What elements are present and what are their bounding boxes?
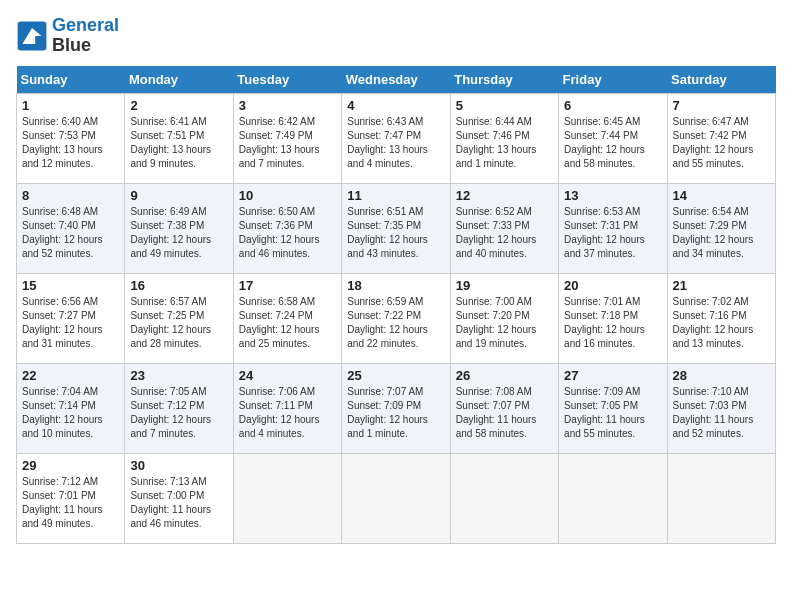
day-number: 2 (130, 98, 227, 113)
calendar-cell: 29Sunrise: 7:12 AM Sunset: 7:01 PM Dayli… (17, 453, 125, 543)
calendar-table: SundayMondayTuesdayWednesdayThursdayFrid… (16, 66, 776, 544)
day-number: 25 (347, 368, 444, 383)
day-number: 7 (673, 98, 770, 113)
day-info: Sunrise: 6:54 AM Sunset: 7:29 PM Dayligh… (673, 205, 770, 261)
day-number: 26 (456, 368, 553, 383)
day-info: Sunrise: 7:12 AM Sunset: 7:01 PM Dayligh… (22, 475, 119, 531)
calendar-cell: 11Sunrise: 6:51 AM Sunset: 7:35 PM Dayli… (342, 183, 450, 273)
calendar-cell: 26Sunrise: 7:08 AM Sunset: 7:07 PM Dayli… (450, 363, 558, 453)
day-number: 6 (564, 98, 661, 113)
calendar-cell: 3Sunrise: 6:42 AM Sunset: 7:49 PM Daylig… (233, 93, 341, 183)
day-info: Sunrise: 6:41 AM Sunset: 7:51 PM Dayligh… (130, 115, 227, 171)
day-number: 23 (130, 368, 227, 383)
day-info: Sunrise: 6:53 AM Sunset: 7:31 PM Dayligh… (564, 205, 661, 261)
day-number: 29 (22, 458, 119, 473)
day-info: Sunrise: 6:56 AM Sunset: 7:27 PM Dayligh… (22, 295, 119, 351)
page-header: GeneralBlue (16, 16, 776, 56)
day-number: 19 (456, 278, 553, 293)
calendar-cell: 4Sunrise: 6:43 AM Sunset: 7:47 PM Daylig… (342, 93, 450, 183)
calendar-cell: 25Sunrise: 7:07 AM Sunset: 7:09 PM Dayli… (342, 363, 450, 453)
day-number: 28 (673, 368, 770, 383)
header-monday: Monday (125, 66, 233, 94)
day-number: 5 (456, 98, 553, 113)
week-row-5: 29Sunrise: 7:12 AM Sunset: 7:01 PM Dayli… (17, 453, 776, 543)
day-info: Sunrise: 6:49 AM Sunset: 7:38 PM Dayligh… (130, 205, 227, 261)
logo: GeneralBlue (16, 16, 119, 56)
calendar-cell: 14Sunrise: 6:54 AM Sunset: 7:29 PM Dayli… (667, 183, 775, 273)
day-info: Sunrise: 6:40 AM Sunset: 7:53 PM Dayligh… (22, 115, 119, 171)
day-number: 1 (22, 98, 119, 113)
week-row-2: 8Sunrise: 6:48 AM Sunset: 7:40 PM Daylig… (17, 183, 776, 273)
day-info: Sunrise: 6:43 AM Sunset: 7:47 PM Dayligh… (347, 115, 444, 171)
calendar-cell: 9Sunrise: 6:49 AM Sunset: 7:38 PM Daylig… (125, 183, 233, 273)
day-info: Sunrise: 6:48 AM Sunset: 7:40 PM Dayligh… (22, 205, 119, 261)
header-sunday: Sunday (17, 66, 125, 94)
header-saturday: Saturday (667, 66, 775, 94)
header-wednesday: Wednesday (342, 66, 450, 94)
week-row-3: 15Sunrise: 6:56 AM Sunset: 7:27 PM Dayli… (17, 273, 776, 363)
header-friday: Friday (559, 66, 667, 94)
day-number: 27 (564, 368, 661, 383)
day-info: Sunrise: 7:05 AM Sunset: 7:12 PM Dayligh… (130, 385, 227, 441)
day-info: Sunrise: 7:02 AM Sunset: 7:16 PM Dayligh… (673, 295, 770, 351)
day-number: 13 (564, 188, 661, 203)
calendar-cell: 10Sunrise: 6:50 AM Sunset: 7:36 PM Dayli… (233, 183, 341, 273)
day-info: Sunrise: 6:45 AM Sunset: 7:44 PM Dayligh… (564, 115, 661, 171)
calendar-cell: 21Sunrise: 7:02 AM Sunset: 7:16 PM Dayli… (667, 273, 775, 363)
day-info: Sunrise: 6:59 AM Sunset: 7:22 PM Dayligh… (347, 295, 444, 351)
day-number: 24 (239, 368, 336, 383)
day-info: Sunrise: 6:42 AM Sunset: 7:49 PM Dayligh… (239, 115, 336, 171)
header-tuesday: Tuesday (233, 66, 341, 94)
week-row-4: 22Sunrise: 7:04 AM Sunset: 7:14 PM Dayli… (17, 363, 776, 453)
calendar-cell: 7Sunrise: 6:47 AM Sunset: 7:42 PM Daylig… (667, 93, 775, 183)
day-number: 18 (347, 278, 444, 293)
day-number: 15 (22, 278, 119, 293)
header-thursday: Thursday (450, 66, 558, 94)
calendar-cell: 28Sunrise: 7:10 AM Sunset: 7:03 PM Dayli… (667, 363, 775, 453)
calendar-cell (233, 453, 341, 543)
day-number: 30 (130, 458, 227, 473)
day-number: 22 (22, 368, 119, 383)
day-info: Sunrise: 7:13 AM Sunset: 7:00 PM Dayligh… (130, 475, 227, 531)
day-number: 10 (239, 188, 336, 203)
calendar-cell: 22Sunrise: 7:04 AM Sunset: 7:14 PM Dayli… (17, 363, 125, 453)
calendar-cell (342, 453, 450, 543)
day-info: Sunrise: 7:06 AM Sunset: 7:11 PM Dayligh… (239, 385, 336, 441)
calendar-cell: 24Sunrise: 7:06 AM Sunset: 7:11 PM Dayli… (233, 363, 341, 453)
day-number: 9 (130, 188, 227, 203)
calendar-cell: 5Sunrise: 6:44 AM Sunset: 7:46 PM Daylig… (450, 93, 558, 183)
day-number: 11 (347, 188, 444, 203)
calendar-cell: 1Sunrise: 6:40 AM Sunset: 7:53 PM Daylig… (17, 93, 125, 183)
day-info: Sunrise: 7:10 AM Sunset: 7:03 PM Dayligh… (673, 385, 770, 441)
week-row-1: 1Sunrise: 6:40 AM Sunset: 7:53 PM Daylig… (17, 93, 776, 183)
day-info: Sunrise: 7:08 AM Sunset: 7:07 PM Dayligh… (456, 385, 553, 441)
logo-text: GeneralBlue (52, 16, 119, 56)
calendar-cell: 19Sunrise: 7:00 AM Sunset: 7:20 PM Dayli… (450, 273, 558, 363)
calendar-cell: 12Sunrise: 6:52 AM Sunset: 7:33 PM Dayli… (450, 183, 558, 273)
calendar-header: SundayMondayTuesdayWednesdayThursdayFrid… (17, 66, 776, 94)
calendar-cell: 6Sunrise: 6:45 AM Sunset: 7:44 PM Daylig… (559, 93, 667, 183)
day-number: 4 (347, 98, 444, 113)
day-info: Sunrise: 6:57 AM Sunset: 7:25 PM Dayligh… (130, 295, 227, 351)
calendar-cell (559, 453, 667, 543)
calendar-cell: 2Sunrise: 6:41 AM Sunset: 7:51 PM Daylig… (125, 93, 233, 183)
calendar-cell (667, 453, 775, 543)
calendar-cell: 8Sunrise: 6:48 AM Sunset: 7:40 PM Daylig… (17, 183, 125, 273)
calendar-cell: 17Sunrise: 6:58 AM Sunset: 7:24 PM Dayli… (233, 273, 341, 363)
day-info: Sunrise: 6:44 AM Sunset: 7:46 PM Dayligh… (456, 115, 553, 171)
calendar-cell: 16Sunrise: 6:57 AM Sunset: 7:25 PM Dayli… (125, 273, 233, 363)
day-number: 17 (239, 278, 336, 293)
calendar-cell: 13Sunrise: 6:53 AM Sunset: 7:31 PM Dayli… (559, 183, 667, 273)
calendar-cell: 23Sunrise: 7:05 AM Sunset: 7:12 PM Dayli… (125, 363, 233, 453)
calendar-cell: 15Sunrise: 6:56 AM Sunset: 7:27 PM Dayli… (17, 273, 125, 363)
day-info: Sunrise: 6:58 AM Sunset: 7:24 PM Dayligh… (239, 295, 336, 351)
day-info: Sunrise: 7:04 AM Sunset: 7:14 PM Dayligh… (22, 385, 119, 441)
day-info: Sunrise: 7:09 AM Sunset: 7:05 PM Dayligh… (564, 385, 661, 441)
day-number: 3 (239, 98, 336, 113)
day-number: 20 (564, 278, 661, 293)
day-info: Sunrise: 7:01 AM Sunset: 7:18 PM Dayligh… (564, 295, 661, 351)
day-number: 14 (673, 188, 770, 203)
logo-icon (16, 20, 48, 52)
calendar-cell: 20Sunrise: 7:01 AM Sunset: 7:18 PM Dayli… (559, 273, 667, 363)
day-number: 16 (130, 278, 227, 293)
